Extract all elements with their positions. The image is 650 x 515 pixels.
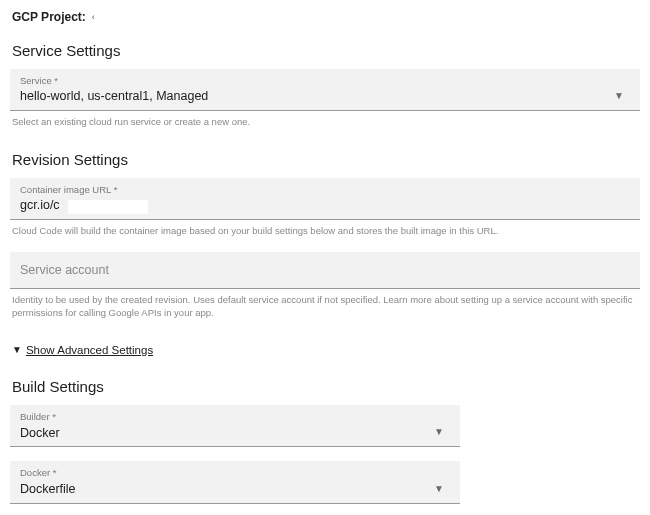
service-field: Service * hello-world, us-central1, Mana… [10,69,640,129]
service-select[interactable]: Service * hello-world, us-central1, Mana… [10,69,640,111]
service-field-value: hello-world, us-central1, Managed [20,88,608,105]
build-settings-section: Build Settings Builder * Docker ▼ Docker… [10,378,460,515]
builder-select[interactable]: Builder * Docker ▼ [10,405,460,447]
gcp-project-label: GCP Project: [12,10,86,24]
show-advanced-settings-toggle[interactable]: ▼ Show Advanced Settings [12,344,153,356]
show-advanced-settings-label: Show Advanced Settings [26,344,153,356]
docker-field: Docker * Dockerfile ▼ [10,461,460,503]
docker-select[interactable]: Docker * Dockerfile ▼ [10,461,460,503]
service-field-label: Service * [20,75,608,86]
revision-settings-section: Revision Settings Container image URL * … [10,151,640,356]
docker-field-value: Dockerfile [20,481,428,498]
service-helper-text: Select an existing cloud run service or … [12,116,638,129]
dropdown-caret-icon: ▼ [608,90,630,105]
service-account-input[interactable]: Service account [10,252,640,289]
docker-field-label: Docker * [20,467,428,478]
gcp-project-caret-icon[interactable]: ‹ [92,12,95,22]
builder-field-value: Docker [20,425,428,442]
builder-field-label: Builder * [20,411,428,422]
service-account-field: Service account Identity to be used by t… [10,252,640,320]
container-image-input[interactable]: Container image URL * gcr.io/c [10,178,640,220]
gcp-project-row: GCP Project: ‹ [12,10,640,24]
service-settings-title: Service Settings [12,42,640,59]
triangle-down-icon: ▼ [12,344,22,355]
container-image-label: Container image URL * [20,184,630,195]
revision-settings-title: Revision Settings [12,151,640,168]
redaction-overlay [68,200,148,214]
dropdown-caret-icon: ▼ [428,426,450,441]
dropdown-caret-icon: ▼ [428,483,450,498]
build-settings-title: Build Settings [12,378,460,395]
container-image-field: Container image URL * gcr.io/c Cloud Cod… [10,178,640,238]
service-settings-section: Service Settings Service * hello-world, … [10,42,640,129]
builder-field: Builder * Docker ▼ [10,405,460,447]
service-account-placeholder: Service account [20,262,630,279]
container-image-helper: Cloud Code will build the container imag… [12,225,638,238]
service-account-helper: Identity to be used by the created revis… [12,294,638,320]
